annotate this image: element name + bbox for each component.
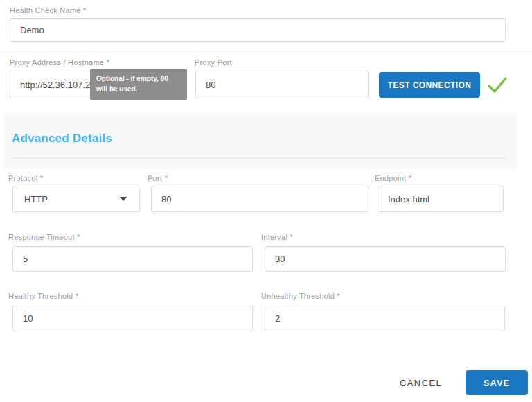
proxy-port-tooltip: Optional - if empty, 80 will be used. <box>90 69 187 100</box>
proxy-port-input[interactable] <box>195 71 369 98</box>
protocol-selected-value: HTTP <box>24 194 48 204</box>
response-timeout-label: Response Timeout * <box>8 233 80 241</box>
save-button[interactable]: SAVE <box>466 370 528 395</box>
healthy-threshold-label: Healthy Threshold * <box>8 292 78 300</box>
chevron-down-icon <box>120 197 127 201</box>
port-input[interactable] <box>151 186 369 212</box>
healthy-threshold-input[interactable] <box>12 306 253 331</box>
advanced-details-divider <box>12 158 506 159</box>
health-check-form: Health Check Name * Proxy Address / Host… <box>0 0 532 402</box>
unhealthy-threshold-input[interactable] <box>265 306 505 331</box>
test-connection-button[interactable]: TEST CONNECTION <box>379 72 480 98</box>
response-timeout-input[interactable] <box>12 246 253 272</box>
unhealthy-threshold-label: Unhealthy Threshold * <box>261 292 340 300</box>
check-icon <box>486 76 508 95</box>
advanced-details-heading: Advanced Details <box>12 132 112 146</box>
proxy-address-label: Proxy Address / Hostname * <box>10 58 109 67</box>
port-label: Port * <box>148 174 168 182</box>
health-check-name-label: Health Check Name * <box>10 6 87 15</box>
protocol-label: Protocol * <box>8 174 43 182</box>
interval-label: Interval * <box>261 233 293 241</box>
section-divider <box>0 51 532 52</box>
cancel-button[interactable]: CANCEL <box>391 372 450 394</box>
proxy-port-label: Proxy Port <box>195 58 232 67</box>
protocol-dropdown[interactable]: HTTP <box>12 186 140 212</box>
endpoint-input[interactable] <box>378 186 504 212</box>
health-check-name-input[interactable] <box>10 18 506 42</box>
interval-input[interactable] <box>265 246 506 272</box>
endpoint-label: Endpoint * <box>375 174 411 182</box>
